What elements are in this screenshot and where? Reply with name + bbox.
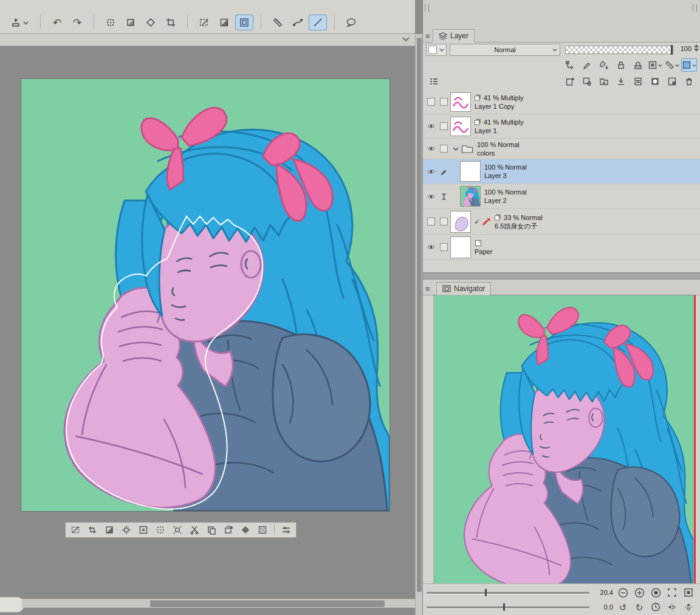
canvas-corner-widget[interactable] [0,597,24,613]
layer-thumbnail[interactable] [450,117,471,136]
panel-list-mode-button[interactable] [426,75,442,88]
visibility-cell[interactable] [425,168,437,176]
delete-button[interactable] [153,524,168,536]
edit-checkbox[interactable] [440,98,448,106]
transfer-down-button[interactable] [613,75,629,88]
new-folder-button[interactable] [596,75,612,88]
snap-grid-button[interactable] [309,15,327,30]
layer-thumbnail[interactable] [450,92,471,112]
redo-button[interactable]: ↷ [68,15,86,30]
navigator-menu-button[interactable]: ≡ [425,285,430,293]
pen-down-button[interactable] [596,58,612,72]
select-new-button[interactable] [195,15,213,30]
undo-button[interactable]: ↶ [48,15,66,30]
layer-row-colors-folder[interactable]: 100 % Normal colors [423,139,700,159]
collapse-toolbar-button[interactable] [402,36,410,43]
clear-button[interactable] [101,15,120,30]
draft-layer-button[interactable] [579,58,595,72]
launcher-settings-button[interactable] [278,524,294,536]
lock-transparent-button[interactable] [630,58,646,72]
edit-checkbox[interactable] [440,218,448,225]
pixel-size-button[interactable] [682,586,695,599]
canvas-artwork[interactable] [21,79,389,511]
zoom-out-button[interactable] [616,586,630,599]
layer-panel-menu-button[interactable]: ≡ [425,32,430,40]
eye-icon[interactable] [427,145,436,153]
edit-checkbox[interactable] [440,145,448,153]
eye-icon[interactable] [427,243,436,251]
expand-selection-button[interactable] [118,524,134,536]
fill-button[interactable] [238,524,253,536]
zoom-slider-handle[interactable] [485,589,487,596]
horizontal-scrollbar[interactable] [22,599,415,608]
copy-paste-button[interactable] [204,524,219,536]
check-icon[interactable]: ✓ [474,218,480,226]
opacity-spinner[interactable] [694,44,699,52]
new-vector-layer-button[interactable] [579,75,595,88]
fit-screen-button[interactable] [665,586,679,599]
edit-cell[interactable] [437,98,450,106]
visibility-cell[interactable] [425,243,437,251]
layer-row-layer-3[interactable]: 100 % Normal Layer 3 [423,159,700,184]
dock-grip[interactable] [425,4,429,12]
visibility-cell[interactable] [425,122,437,130]
horizontal-scrollbar-thumb[interactable] [150,600,385,607]
merge-down-button[interactable] [630,75,646,88]
fill-button[interactable] [122,15,140,30]
tab-layer[interactable]: Layer [433,29,475,43]
layer-thumbnail[interactable] [460,161,481,182]
spinner-down-icon[interactable] [694,49,699,52]
layer-row-layer-1[interactable]: 41 % Multiply Layer 1 [423,114,700,139]
visibility-cell[interactable] [425,145,437,153]
new-layer-button[interactable] [562,75,578,88]
flip-horizontal-button[interactable] [665,601,679,613]
layer-thumbnail[interactable] [460,186,481,207]
enable-mask-button[interactable] [647,58,663,72]
deselect-button[interactable] [67,524,83,536]
vertical-scrollbar-thumb[interactable] [417,38,422,592]
edit-checkbox[interactable] [440,243,448,251]
layer-row-paper[interactable]: Paper [423,235,700,260]
create-mask-button[interactable] [647,75,663,88]
scale-rotate-button[interactable] [221,524,236,536]
opacity-slider[interactable] [565,46,673,54]
palette-color-dropdown[interactable] [426,44,447,56]
apply-mask-button[interactable] [664,75,680,88]
speech-balloon-button[interactable] [342,15,360,30]
layer-thumbnail[interactable] [450,211,471,233]
edit-cell[interactable] [437,122,450,130]
dock-grip[interactable] [693,4,697,12]
rotate-slider-handle[interactable] [503,603,505,611]
delete-layer-button[interactable] [681,75,697,88]
edit-cell[interactable] [437,145,450,153]
visibility-checkbox[interactable] [427,98,435,106]
frame-button[interactable] [162,15,180,30]
layer-row-layer-1-copy[interactable]: 41 % Multiply Layer 1 Copy [423,90,700,114]
zoom-reset-button[interactable] [649,586,662,599]
deselect-button[interactable] [142,15,160,30]
visibility-cell[interactable] [425,98,437,106]
navigator-preview[interactable] [434,295,693,583]
invert-selection-button[interactable] [101,524,117,536]
edit-checkbox[interactable] [440,122,448,130]
canvas-area[interactable]: ↺ ↻ [0,46,415,615]
crop-button[interactable] [84,524,100,536]
visibility-cell[interactable] [425,193,437,201]
flip-vertical-button[interactable] [682,601,695,613]
vertical-scrollbar[interactable] [415,34,422,615]
rotate-slider[interactable] [427,603,589,611]
layer-color-button[interactable] [681,58,697,72]
rotate-left-button[interactable]: ↺ [616,601,630,613]
visibility-checkbox[interactable] [427,218,435,225]
selection-display-button[interactable] [235,15,253,30]
edit-cell[interactable] [437,243,450,251]
layer-row-layer-2[interactable]: 100 % Normal Layer 2 [423,184,700,209]
edit-cell[interactable] [437,167,450,176]
lock-layer-button[interactable] [613,58,629,72]
delete-outside-button[interactable] [170,524,185,536]
clip-below-button[interactable] [562,58,578,72]
eye-icon[interactable] [427,168,436,176]
visibility-cell[interactable] [425,218,437,225]
snap-special-ruler-button[interactable] [289,15,307,30]
edit-cell[interactable] [437,193,450,201]
